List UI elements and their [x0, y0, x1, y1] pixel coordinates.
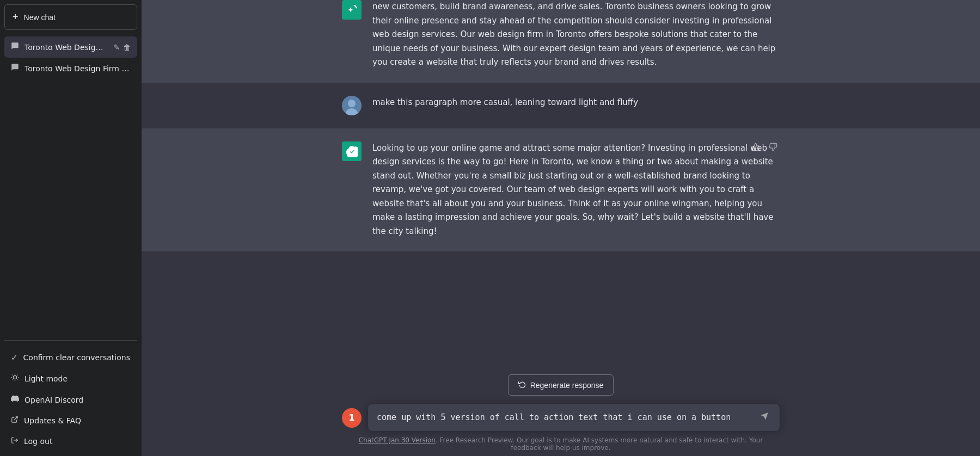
confirm-clear-btn[interactable]: ✓ Confirm clear conversations: [4, 347, 137, 368]
svg-point-13: [348, 100, 356, 107]
footer-note-text: . Free Research Preview. Our goal is to …: [436, 436, 763, 452]
chat-icon-2: [11, 63, 19, 73]
external-link-icon: [11, 416, 19, 426]
updates-faq-btn[interactable]: Updates & FAQ: [4, 410, 137, 431]
input-area: Regenerate response 1 ChatGPT Jan 30 Ver…: [142, 366, 980, 456]
main-content: ✦ new customers, build brand awareness, …: [142, 0, 980, 456]
logout-icon: [11, 436, 19, 446]
edit-icon[interactable]: ✎: [113, 43, 120, 52]
check-icon: ✓: [11, 353, 18, 362]
user-message-content-1: make this paragraph more casual, leaning…: [372, 96, 780, 110]
regenerate-label: Regenerate response: [530, 381, 604, 390]
gpt-avatar: ✦: [342, 0, 362, 20]
gpt-avatar-2: [342, 141, 362, 161]
new-chat-label: New chat: [24, 13, 56, 22]
thumbs-up-button[interactable]: [749, 141, 762, 155]
message-block-user-1: make this paragraph more casual, leaning…: [142, 83, 980, 128]
delete-icon[interactable]: 🗑: [123, 43, 131, 52]
svg-line-8: [17, 375, 17, 375]
svg-line-4: [17, 379, 17, 380]
svg-line-7: [13, 379, 13, 380]
light-mode-label: Light mode: [24, 374, 68, 383]
regenerate-icon: [518, 380, 526, 390]
updates-faq-label: Updates & FAQ: [24, 416, 81, 425]
regenerate-container: Regenerate response: [342, 374, 780, 396]
chat-input-row: 1: [342, 404, 780, 431]
message-block-assistant-1: Looking to up your online game and attra…: [142, 128, 980, 252]
sidebar-bottom: ✓ Confirm clear conversations Light mode…: [0, 343, 142, 456]
thumbs-down-button[interactable]: [767, 141, 780, 155]
assistant-message-content-1: Looking to up your online game and attra…: [372, 141, 780, 239]
discord-btn[interactable]: OpenAI Discord: [4, 389, 137, 410]
chat-list: Toronto Web Design SI ✎ 🗑 Toronto Web De…: [0, 34, 142, 338]
footer-note: ChatGPT Jan 30 Version. Free Research Pr…: [342, 436, 780, 452]
input-container: Regenerate response 1 ChatGPT Jan 30 Ver…: [316, 374, 806, 452]
sidebar-divider: [4, 340, 137, 341]
chat-icon: [11, 42, 19, 52]
light-mode-btn[interactable]: Light mode: [4, 368, 137, 389]
svg-point-0: [13, 375, 16, 379]
log-out-btn[interactable]: Log out: [4, 431, 137, 452]
regenerate-button[interactable]: Regenerate response: [508, 374, 614, 396]
send-button[interactable]: [758, 411, 771, 424]
sidebar: + New chat Toronto Web Design SI ✎ 🗑 Tor…: [0, 0, 142, 456]
chat-label-toronto-si: Toronto Web Design SI: [24, 43, 108, 52]
sun-icon: [11, 373, 19, 384]
svg-text:✦: ✦: [347, 6, 354, 14]
new-chat-button[interactable]: + New chat: [4, 4, 137, 30]
svg-line-9: [14, 417, 17, 420]
plus-icon: +: [13, 11, 19, 23]
message-inner-assistant-1: Looking to up your online game and attra…: [316, 141, 806, 239]
chat-item-toronto-cta[interactable]: Toronto Web Design Firm CTA: [4, 58, 137, 79]
discord-label: OpenAI Discord: [24, 396, 83, 404]
message-inner-user-1: make this paragraph more casual, leaning…: [316, 96, 806, 115]
messages-area: ✦ new customers, build brand awareness, …: [142, 0, 980, 366]
svg-line-3: [13, 375, 13, 375]
chat-input[interactable]: [377, 411, 758, 424]
partial-message-content: new customers, build brand awareness, an…: [372, 0, 780, 70]
chatgpt-version-link[interactable]: ChatGPT Jan 30 Version: [359, 436, 436, 444]
chat-label-toronto-cta: Toronto Web Design Firm CTA: [24, 64, 131, 73]
user-badge: 1: [342, 408, 362, 428]
log-out-label: Log out: [24, 437, 52, 446]
user-avatar-1: [342, 96, 362, 115]
chat-item-toronto-si[interactable]: Toronto Web Design SI ✎ 🗑: [4, 36, 137, 58]
confirm-clear-label: Confirm clear conversations: [23, 353, 130, 362]
input-box-wrapper: [368, 404, 780, 431]
discord-icon: [11, 395, 19, 405]
chat-item-actions: ✎ 🗑: [113, 43, 131, 52]
message-block-partial: ✦ new customers, build brand awareness, …: [142, 0, 980, 83]
message-actions: [749, 141, 780, 155]
message-inner-partial: ✦ new customers, build brand awareness, …: [316, 0, 806, 70]
